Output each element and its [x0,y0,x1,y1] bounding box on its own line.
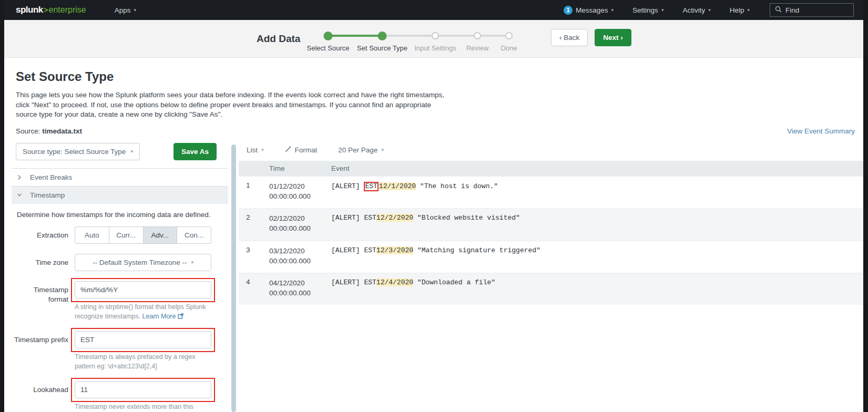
event-message: "Matching signature triggered" [413,246,540,254]
header-spacer [239,164,269,172]
source-type-dropdown[interactable]: Source type: Select Source Type ▾ [16,143,140,160]
main-content: Set Source Type This page lets you see h… [4,58,863,412]
row-time: 04/12/2020 00:00:00.000 [269,278,331,298]
step-dot-done [505,32,513,39]
extraction-option-auto[interactable]: Auto [75,226,109,244]
find-search-input[interactable] [785,6,838,14]
event-est: EST [364,279,376,286]
caret-down-icon: ▾ [661,8,664,13]
source-type-dropdown-label: Source type: Select Source Type [23,148,126,156]
panels: Source type: Select Source Type ▾ Save A… [12,141,863,412]
nav-settings-menu[interactable]: Settings ▾ [632,6,663,14]
list-view-dropdown[interactable]: List ▾ [247,146,264,154]
nav-messages-menu[interactable]: 1 Messages ▾ [564,6,614,15]
caret-down-icon: ▾ [261,148,264,152]
splunk-logo[interactable]: splunk > enterprise [16,5,86,15]
event-prefix: [ALERT] [331,246,364,254]
timezone-label: Time zone [12,254,75,271]
extraction-option-current[interactable]: Curr... [109,226,144,244]
logo-splunk-text: splunk [16,5,43,15]
nav-activity-menu[interactable]: Activity ▾ [682,6,710,14]
progress-track-complete [328,35,382,37]
events-table: Time Event 1 01/12/2020 00:00:00.000 [AL… [239,161,863,305]
timezone-control: -- Default System Timezone -- ▾ [75,254,211,271]
find-search-box[interactable] [770,3,854,17]
extraction-option-advanced[interactable]: Adv... [144,226,178,244]
extraction-row: Extraction Auto Curr... Adv... Con... [12,226,228,244]
lookahead-input[interactable] [75,381,211,398]
timestamp-prefix-control: Timestamp is always prefaced by a regex … [75,331,211,371]
source-row: Source: timedata.txt View Event Summary [16,127,855,135]
step-dot-set-source-type [378,32,387,40]
timestamp-format-input[interactable] [75,281,211,298]
learn-more-link[interactable]: Learn More [142,313,183,320]
table-row: 3 03/12/2020 00:00:00.000 [ALERT] EST12/… [239,241,863,273]
nav-help-menu[interactable]: Help ▾ [730,6,750,14]
nav-activity-label: Activity [682,6,705,14]
extraction-control: Auto Curr... Adv... Con... [75,226,211,244]
chevron-right-icon [17,174,22,180]
nav-apps-menu[interactable]: Apps ▾ [115,6,136,14]
step-label-review: Review [466,44,489,52]
row-number: 2 [239,213,269,233]
splunk-app: splunk > enterprise Apps ▾ 1 Messages ▾ … [4,0,863,412]
save-as-button[interactable]: Save As [173,143,217,160]
messages-count-badge: 1 [564,6,573,15]
step-label-done: Done [501,44,517,52]
row-number: 4 [239,278,269,298]
wizard-buttons: ‹ Back Next › [551,29,631,46]
row-clock: 00:00:00.000 [269,223,331,233]
event-breaks-section-header[interactable]: Event Breaks [12,168,228,186]
extraction-option-configuration[interactable]: Con... [177,226,211,244]
search-icon [775,6,782,14]
timestamp-section-header[interactable]: Timestamp [12,186,228,204]
caret-down-icon: ▾ [708,8,711,13]
row-date: 02/12/2020 [269,213,331,223]
event-prefix: [ALERT] [331,214,364,222]
page-description: This page lets you see how the Splunk pl… [16,90,448,120]
nav-right-group: 1 Messages ▾ Settings ▾ Activity ▾ Help … [564,3,854,17]
row-date: 04/12/2020 [269,278,331,288]
timestamp-prefix-input[interactable] [75,331,211,348]
step-dot-select-source [324,32,333,40]
caret-down-icon: ▾ [130,149,133,154]
step-dot-review [474,32,481,39]
row-event-text: [ALERT] EST12/3/2020 "Matching signature… [331,246,863,266]
timestamp-format-help: A string in strptime() format that helps… [75,302,216,321]
window-edge-left [0,0,4,412]
timestamp-highlight: 12/4/2020 [376,279,413,286]
table-row: 2 02/12/2020 00:00:00.000 [ALERT] EST12/… [239,208,863,240]
add-data-wizard-bar: Add Data Select Source Set Source Type I… [4,20,863,58]
view-event-summary-link[interactable]: View Event Summary [787,127,855,135]
table-row: 4 04/12/2020 00:00:00.000 [ALERT] EST12/… [239,273,863,305]
row-date: 03/12/2020 [269,246,331,256]
row-clock: 00:00:00.000 [269,191,331,201]
row-time: 01/12/2020 00:00:00.000 [269,181,331,201]
row-clock: 00:00:00.000 [269,256,331,266]
learn-more-label: Learn More [142,313,176,320]
per-page-label: 20 Per Page [338,146,377,154]
config-panel-top: Source type: Select Source Type ▾ Save A… [12,141,228,168]
row-time: 02/12/2020 00:00:00.000 [269,213,331,233]
timestamp-label: Timestamp [30,191,65,199]
next-button[interactable]: Next › [595,29,631,46]
format-menu[interactable]: Format [285,146,318,154]
timestamp-format-help-text: A string in strptime() format that helps… [75,303,206,320]
back-button[interactable]: ‹ Back [551,29,588,46]
nav-settings-label: Settings [632,6,658,14]
nav-messages-label: Messages [576,6,608,14]
event-prefix: [ALERT] [331,279,364,286]
event-message: "Downloaded a file" [413,279,495,286]
events-table-header: Time Event [239,161,863,176]
event-est: EST [364,214,376,222]
chevron-down-icon [17,193,22,197]
row-time: 03/12/2020 00:00:00.000 [269,246,331,266]
event-est: EST [364,246,376,254]
vertical-scrollbar[interactable] [231,145,236,412]
timestamp-format-label: Timestamp format [12,281,75,321]
event-prefix: [ALERT] [331,182,364,190]
per-page-dropdown[interactable]: 20 Per Page ▾ [338,146,384,154]
source-filename: timedata.txt [42,127,82,135]
timezone-dropdown[interactable]: -- Default System Timezone -- ▾ [75,254,211,271]
event-breaks-label: Event Breaks [30,173,72,181]
